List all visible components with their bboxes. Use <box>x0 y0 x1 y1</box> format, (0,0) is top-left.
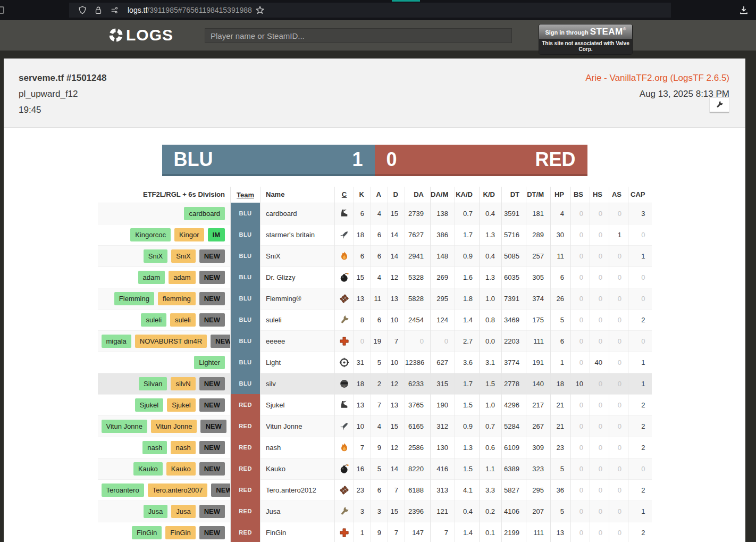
player-name[interactable]: Vitun Jonne <box>261 415 335 437</box>
player-name[interactable]: Flemming® <box>261 288 335 309</box>
engineer-icon <box>335 501 354 522</box>
division-badge[interactable]: IM <box>208 228 225 241</box>
stat-column-header-dtm[interactable]: DT/M <box>526 187 551 203</box>
bookmark-star-icon[interactable] <box>256 6 264 14</box>
player-name[interactable]: nash <box>261 437 335 458</box>
division-badge[interactable]: NEW <box>199 313 225 327</box>
player-name[interactable]: Kauko <box>261 458 335 479</box>
team-badge[interactable]: suleli <box>170 313 196 327</box>
team-badge[interactable]: nash <box>171 441 195 454</box>
stat-column-header-bs[interactable]: BS <box>571 187 590 203</box>
team-badge[interactable]: nash <box>142 441 167 454</box>
player-name[interactable]: Sjukel <box>261 394 335 415</box>
stat-column-header-as[interactable]: AS <box>609 187 628 203</box>
division-badge[interactable]: NEW <box>199 505 225 518</box>
player-name[interactable]: silv <box>261 373 335 394</box>
stat-value: 21 <box>551 394 571 415</box>
player-search-input[interactable] <box>205 28 512 43</box>
team-badge[interactable]: Teroantero <box>102 483 144 497</box>
team-badge[interactable]: Tero.antero2007 <box>148 483 208 497</box>
player-name[interactable]: Light <box>261 352 335 373</box>
stat-value: 10 <box>388 309 405 330</box>
uploader-link[interactable]: Arie - VanillaTF2.org (LogsTF 2.6.5) <box>585 73 729 83</box>
team-badge[interactable]: cardboard <box>184 207 225 220</box>
division-badge[interactable]: NEW <box>211 483 230 497</box>
shield-icon[interactable] <box>78 6 87 14</box>
player-name[interactable]: cardboard <box>261 203 335 224</box>
player-name[interactable]: Tero.antero2012 <box>261 479 335 501</box>
stat-value: 0 <box>354 330 371 352</box>
player-name[interactable]: Dr. Glizzy <box>261 266 335 288</box>
division-badge[interactable]: NEW <box>211 335 230 348</box>
team-badge[interactable]: Jusa <box>171 505 195 518</box>
division-badge[interactable]: NEW <box>199 377 225 390</box>
url-bar[interactable]: logs.tf/3911985#76561198415391988 <box>69 3 671 18</box>
stat-column-header-dam[interactable]: DA/M <box>431 187 455 203</box>
team-badge[interactable]: silvN <box>171 377 195 390</box>
team-badge[interactable]: SniX <box>171 249 195 263</box>
stat-column-header-dt[interactable]: DT <box>502 187 526 203</box>
team-badge[interactable]: Kingor <box>174 228 204 241</box>
team-badge[interactable]: Kingorcoc <box>130 228 171 241</box>
logs-logo[interactable]: LOGS <box>109 26 173 44</box>
stat-value: 16 <box>354 458 371 479</box>
team-column-header[interactable]: Team <box>231 187 261 203</box>
stat-value: 5328 <box>405 266 431 288</box>
team-badge[interactable]: FinGin <box>165 526 195 539</box>
division-badge[interactable]: NEW <box>199 292 225 305</box>
stat-column-header-c[interactable]: C <box>335 187 354 203</box>
division-badge[interactable]: NEW <box>200 420 226 433</box>
team-badge[interactable]: flemming <box>158 292 196 305</box>
stat-column-header-hs[interactable]: HS <box>590 187 609 203</box>
player-name[interactable]: starmer's britain <box>261 224 335 245</box>
player-name[interactable]: eeeee <box>261 330 335 352</box>
team-badge[interactable]: Kauko <box>133 462 163 476</box>
lock-icon[interactable] <box>94 6 103 14</box>
team-badge[interactable]: FinGin <box>132 526 162 539</box>
stat-column-header-d[interactable]: D <box>388 187 405 203</box>
division-badge[interactable]: NEW <box>199 398 225 412</box>
player-name[interactable]: SniX <box>261 245 335 266</box>
stat-column-header-k[interactable]: K <box>354 187 371 203</box>
team-badge[interactable]: Lighter <box>194 356 225 369</box>
stat-column-header-a[interactable]: A <box>371 187 388 203</box>
permissions-icon[interactable] <box>110 6 119 14</box>
team-badge[interactable]: SniX <box>144 249 167 263</box>
stat-value: 0.4 <box>455 501 480 522</box>
team-badge[interactable]: Sjukel <box>135 398 163 412</box>
team-badge[interactable]: Kauko <box>166 462 196 476</box>
division-badge[interactable]: NEW <box>199 271 225 284</box>
team-badge[interactable]: Vitun Jonne <box>102 420 147 433</box>
stat-value: 2 <box>628 437 652 458</box>
player-name[interactable]: Jusa <box>261 501 335 522</box>
extension-icon[interactable] <box>0 6 4 14</box>
player-name[interactable]: suleli <box>261 309 335 330</box>
team-badge[interactable]: migala <box>102 335 131 348</box>
team-badge[interactable]: Silvan <box>139 377 167 390</box>
team-badge[interactable]: adam <box>138 271 165 284</box>
stat-column-header-cap[interactable]: CAP <box>628 187 652 203</box>
division-badge[interactable]: NEW <box>199 441 225 454</box>
team-badge[interactable]: NOVABURST din4R <box>135 335 207 348</box>
stat-column-header-hp[interactable]: HP <box>551 187 571 203</box>
team-cell: RED <box>231 479 261 501</box>
team-badge[interactable]: suleli <box>141 313 166 327</box>
team-badge[interactable]: Jusa <box>144 505 167 518</box>
steam-signin-button[interactable]: Sign in through STEAM® This site not ass… <box>539 24 633 55</box>
division-badge[interactable]: NEW <box>199 249 225 263</box>
stat-column-header-kad[interactable]: KA/D <box>455 187 480 203</box>
division-badge[interactable]: NEW <box>199 526 225 539</box>
log-tools-button[interactable] <box>709 97 729 113</box>
player-name[interactable]: FinGin <box>261 522 335 542</box>
name-column-header[interactable]: Name <box>261 187 335 203</box>
stat-column-header-da[interactable]: DA <box>405 187 431 203</box>
division-badge[interactable]: NEW <box>199 462 225 476</box>
team-badge[interactable]: Sjukel <box>167 398 195 412</box>
stat-value: 4 <box>371 415 388 437</box>
team-badge[interactable]: Vitun Jonne <box>151 420 197 433</box>
stat-column-header-kd[interactable]: K/D <box>480 187 502 203</box>
url-text[interactable]: logs.tf/3911985#76561198415391988 <box>128 6 252 14</box>
team-badge[interactable]: Flemming <box>114 292 154 305</box>
download-icon[interactable] <box>739 5 749 15</box>
team-badge[interactable]: adam <box>169 271 196 284</box>
